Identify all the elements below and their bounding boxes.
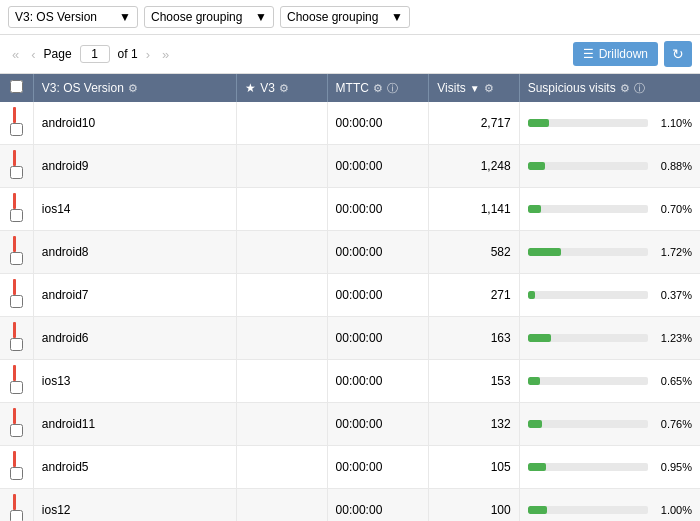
row-checkbox[interactable]	[10, 338, 23, 351]
row-mttc: 00:00:00	[327, 274, 429, 317]
suspicious-bar-fill	[528, 162, 545, 170]
row-mttc: 00:00:00	[327, 231, 429, 274]
table-row: ios12 00:00:00 100 1.00%	[0, 489, 700, 522]
row-v3	[237, 102, 327, 145]
header-suspicious-label: Suspicious visits	[528, 81, 616, 95]
row-name: android10	[33, 102, 236, 145]
suspicious-bar-fill	[528, 463, 546, 471]
select-all-checkbox[interactable]	[10, 80, 23, 93]
page-input[interactable]	[80, 45, 110, 63]
gear-icon-mttc[interactable]: ⚙	[373, 82, 383, 95]
refresh-button[interactable]: ↻	[664, 41, 692, 67]
header-mttc: MTTC ⚙ ⓘ	[327, 74, 429, 102]
row-checkbox[interactable]	[10, 123, 23, 136]
row-suspicious: 1.00%	[519, 489, 700, 522]
suspicious-bar-wrap	[528, 463, 648, 471]
row-checkbox[interactable]	[10, 467, 23, 480]
row-indicator	[13, 279, 16, 295]
grouping-select-2[interactable]: Choose grouping ▼	[144, 6, 274, 28]
suspicious-bar-wrap	[528, 291, 648, 299]
row-mttc: 00:00:00	[327, 317, 429, 360]
row-checkbox-cell	[0, 145, 33, 188]
row-v3	[237, 446, 327, 489]
row-checkbox-cell	[0, 274, 33, 317]
row-mttc: 00:00:00	[327, 102, 429, 145]
row-checkbox[interactable]	[10, 252, 23, 265]
gear-icon-suspicious[interactable]: ⚙	[620, 82, 630, 95]
row-checkbox[interactable]	[10, 510, 23, 521]
table-row: ios13 00:00:00 153 0.65%	[0, 360, 700, 403]
grouping-select-1[interactable]: V3: OS Version ▼	[8, 6, 138, 28]
row-mttc: 00:00:00	[327, 188, 429, 231]
suspicious-bar-fill	[528, 248, 561, 256]
row-indicator	[13, 236, 16, 252]
row-indicator	[13, 494, 16, 510]
header-visits-label: Visits	[437, 81, 465, 95]
row-checkbox[interactable]	[10, 424, 23, 437]
row-v3	[237, 403, 327, 446]
row-name: ios14	[33, 188, 236, 231]
suspicious-bar-wrap	[528, 420, 648, 428]
table-row: android10 00:00:00 2,717 1.10%	[0, 102, 700, 145]
row-v3	[237, 489, 327, 522]
row-name: android8	[33, 231, 236, 274]
drilldown-button[interactable]: ☰ Drilldown	[573, 42, 658, 66]
gear-icon-visits[interactable]: ⚙	[484, 82, 494, 95]
pagination-left: « ‹ Page of 1 › »	[8, 45, 173, 63]
row-visits: 153	[429, 360, 519, 403]
suspicious-bar-value: 0.65%	[654, 375, 692, 387]
row-checkbox[interactable]	[10, 209, 23, 222]
header-checkbox-cell	[0, 74, 33, 102]
row-name: android11	[33, 403, 236, 446]
grouping-select-3[interactable]: Choose grouping ▼	[280, 6, 410, 28]
suspicious-bar-wrap	[528, 205, 648, 213]
suspicious-bar-fill	[528, 377, 541, 385]
next-page-button[interactable]: ›	[142, 46, 154, 63]
chevron-down-icon-2: ▼	[255, 10, 267, 24]
table-row: android7 00:00:00 271 0.37%	[0, 274, 700, 317]
drilldown-label: Drilldown	[599, 47, 648, 61]
row-checkbox-cell	[0, 489, 33, 522]
row-checkbox[interactable]	[10, 295, 23, 308]
suspicious-bar-value: 0.37%	[654, 289, 692, 301]
row-visits: 271	[429, 274, 519, 317]
suspicious-bar-value: 0.76%	[654, 418, 692, 430]
row-mttc: 00:00:00	[327, 145, 429, 188]
row-checkbox-cell	[0, 231, 33, 274]
suspicious-bar-fill	[528, 205, 541, 213]
suspicious-bar-value: 1.00%	[654, 504, 692, 516]
row-checkbox-cell	[0, 446, 33, 489]
info-icon-mttc[interactable]: ⓘ	[387, 81, 398, 96]
gear-icon-v3[interactable]: ⚙	[279, 82, 289, 95]
row-name: android9	[33, 145, 236, 188]
first-page-button[interactable]: «	[8, 46, 23, 63]
drilldown-icon: ☰	[583, 47, 594, 61]
row-suspicious: 0.88%	[519, 145, 700, 188]
header-os-version-label: V3: OS Version	[42, 81, 124, 95]
gear-icon-name[interactable]: ⚙	[128, 82, 138, 95]
suspicious-bar-wrap	[528, 248, 648, 256]
row-v3	[237, 274, 327, 317]
suspicious-bar-value: 0.70%	[654, 203, 692, 215]
chevron-down-icon-1: ▼	[119, 10, 131, 24]
row-visits: 100	[429, 489, 519, 522]
page-label: Page	[44, 47, 72, 61]
suspicious-bar-fill	[528, 291, 535, 299]
suspicious-bar-value: 0.95%	[654, 461, 692, 473]
table-row: ios14 00:00:00 1,141 0.70%	[0, 188, 700, 231]
row-name: android5	[33, 446, 236, 489]
row-indicator	[13, 193, 16, 209]
last-page-button[interactable]: »	[158, 46, 173, 63]
table-row: android11 00:00:00 132 0.76%	[0, 403, 700, 446]
of-label: of 1	[118, 47, 138, 61]
sort-icon-visits[interactable]: ▼	[470, 83, 480, 94]
row-checkbox[interactable]	[10, 166, 23, 179]
suspicious-bar-value: 0.88%	[654, 160, 692, 172]
row-checkbox[interactable]	[10, 381, 23, 394]
info-icon-suspicious[interactable]: ⓘ	[634, 81, 645, 96]
header-suspicious: Suspicious visits ⚙ ⓘ	[519, 74, 700, 102]
prev-page-button[interactable]: ‹	[27, 46, 39, 63]
row-indicator	[13, 107, 16, 123]
row-visits: 163	[429, 317, 519, 360]
suspicious-bar-fill	[528, 119, 549, 127]
